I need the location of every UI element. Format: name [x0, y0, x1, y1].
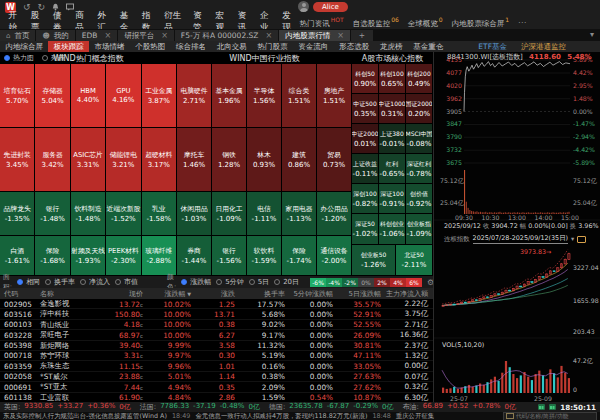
color-option[interactable]: 涨跌幅 — [181, 277, 211, 287]
close-icon[interactable]: × — [104, 31, 111, 40]
close-icon[interactable]: × — [337, 31, 344, 40]
close-icon[interactable]: × — [265, 31, 272, 40]
area-option[interactable]: 换手率 — [45, 277, 75, 287]
heatmap-cell[interactable]: 白酒-1.61% — [0, 236, 35, 276]
kline-date-range[interactable]: 2025/07/28-2025/09/12(35日) — [473, 234, 568, 244]
search-input[interactable] — [516, 413, 592, 419]
heatmap-cell[interactable]: 储能锂电3.21% — [106, 128, 141, 192]
more-icon[interactable]: ⋯ — [518, 18, 526, 27]
area-option[interactable]: 相同 — [17, 277, 40, 287]
chevron-down-icon[interactable]: ▾ — [590, 30, 594, 39]
heatmap-cell[interactable]: 科创创业-1.06% — [379, 214, 406, 245]
heatmap-cell[interactable]: 上证收益-0.11% — [352, 154, 379, 184]
heatmap-cell[interactable]: 科创500.90% — [352, 64, 379, 94]
heatmap-cell[interactable]: 科创2000.49% — [406, 64, 433, 94]
caret-down-icon[interactable]: ▾ — [571, 235, 574, 243]
heatmap-cell[interactable]: 射频及天线-1.93% — [71, 236, 106, 276]
column-header[interactable]: 名称 — [36, 289, 94, 299]
area-option[interactable]: 市值 — [115, 277, 138, 287]
tab-item[interactable]: ☻我的 — [36, 30, 74, 41]
heatmap-cell[interactable]: 国证20000.20% — [406, 94, 433, 124]
table-row[interactable]: 605398新炬网络39.40c9.99%3.5811.32%0.00%30.8… — [0, 341, 433, 351]
heatmap-cell[interactable]: 乳业-1.58% — [142, 192, 177, 236]
heatmap-cell[interactable]: 培育钻石5.70% — [0, 64, 35, 128]
color-option[interactable]: 5日 — [249, 277, 269, 287]
table-row[interactable]: 603228景旺电子68.97c10.00%6.279.17%0.00%26.0… — [0, 330, 433, 340]
heatmap-cell[interactable]: 存储器5.04% — [35, 64, 70, 128]
subnav-item[interactable]: 基金重仓 — [408, 41, 449, 52]
heatmap-cell[interactable]: 钢铁1.28% — [212, 128, 247, 192]
heatmap-cell[interactable]: 家用电器-1.13% — [282, 192, 317, 236]
heatmap-cell[interactable]: 红利-0.65% — [379, 154, 406, 184]
heatmap-cell[interactable]: 中证10000.31% — [379, 94, 406, 124]
heatmap-cell[interactable]: 综合类1.51% — [282, 64, 317, 128]
heatmap-cell[interactable]: 深证50-1.02% — [352, 214, 379, 245]
heatmap-cell[interactable]: 银行-1.56% — [212, 236, 247, 276]
heatmap-cell[interactable]: 超硬材料3.17% — [142, 128, 177, 192]
heatmap-cell[interactable]: 软饮料-1.59% — [247, 236, 282, 276]
heatmap-cell[interactable]: 科创1000.65% — [379, 64, 406, 94]
heatmap-cell[interactable]: 中证20000.01% — [352, 124, 379, 154]
heatmap-cell[interactable]: 上证380-0.01% — [379, 124, 406, 154]
area-option[interactable]: 净流入 — [80, 277, 110, 287]
heatmap-cell[interactable]: 贸易0.73% — [317, 128, 352, 192]
menu-shortcut[interactable]: 内地股票综合屏1 — [452, 16, 509, 29]
heatmap-cell[interactable]: 券商-1.44% — [177, 236, 212, 276]
heatmap-cell[interactable]: 日用化工-1.09% — [212, 192, 247, 236]
tab-item[interactable]: ⌂首页 — [0, 30, 35, 41]
subnav-item[interactable]: 资金流向 — [293, 41, 334, 52]
table-row[interactable]: 600103青山纸业4.18c10.00%0.389.02%0.00%52.55… — [0, 320, 433, 330]
heatmap-cell[interactable]: 保险-1.74% — [282, 236, 317, 276]
heatmap-cell[interactable]: 半导体1.56% — [247, 64, 282, 128]
heatmap-cell[interactable]: 创业板50-1.26% — [352, 245, 396, 276]
heatmap-cell[interactable]: 深创100-0.82% — [352, 184, 379, 214]
heatmap-cell[interactable]: 林木0.93% — [247, 128, 282, 192]
table-row[interactable]: 601138工业富联61.90c4.84%2.861.59%0.54%10.87… — [0, 393, 433, 402]
heatmap-cell[interactable]: 工业金属3.87% — [142, 64, 177, 128]
table-row[interactable]: 002905金逸影视13.72c10.02%1.2517.57%0.00%35.… — [0, 299, 433, 309]
column-header[interactable]: 涨跌幅 ▼ — [148, 289, 196, 299]
ticker-item[interactable]: 布油:66.89+0.52+0.78%0亿 — [403, 402, 516, 412]
ticker-item[interactable]: 德国:23635.78-67.87-0.29%0亿 — [269, 402, 394, 412]
heatmap-cell[interactable]: HBM4.40% — [71, 64, 106, 128]
subnav-item[interactable]: 个股热图 — [130, 41, 171, 52]
heatmap-cell[interactable]: 服务器3.42% — [35, 128, 70, 192]
heatmap-cell[interactable]: 电脑硬件2.71% — [177, 64, 212, 128]
heatmap-cell[interactable]: 先进封装3.45% — [0, 128, 35, 192]
column-header[interactable]: 涨跌 — [196, 289, 240, 299]
table-row[interactable]: 603359东珠生态11.15c9.96%1.010.16%0.00%33.05… — [0, 361, 433, 371]
subnav-link[interactable]: 沪深港通监控 — [521, 42, 566, 52]
heatmap-cell[interactable]: ASIC芯片3.31% — [71, 128, 106, 192]
heatmap-cell[interactable]: 办公用品-1.20% — [317, 192, 352, 236]
table-row[interactable]: 000718苏宁环球3.31c9.97%0.305.19%0.00%47.11%… — [0, 351, 433, 361]
menu-shortcut[interactable]: 全球概览0 — [408, 16, 443, 29]
heatmap-cell[interactable]: MSCI中国-0.08% — [406, 124, 433, 154]
user-name-badge[interactable]: Alice — [313, 2, 348, 12]
table-row[interactable]: 000691*ST亚太7.44c4.94%0.352.09%0.00%27.62… — [0, 382, 433, 392]
folder-icon[interactable] — [577, 236, 586, 243]
column-header[interactable]: 5分钟涨跌幅 — [290, 289, 338, 299]
heatmap-cell[interactable]: 休闲用品-1.03% — [177, 192, 212, 236]
column-header[interactable]: 现价 — [94, 289, 148, 299]
heatmap-cell[interactable]: 银行-1.48% — [35, 192, 70, 236]
color-option[interactable]: 5分钟 — [216, 277, 243, 287]
tab-item[interactable]: EDB× — [76, 30, 117, 41]
heatmap-cell[interactable]: 品牌龙头-1.35% — [0, 192, 35, 236]
heatmap-cell[interactable]: 摩托车1.46% — [177, 128, 212, 192]
heatmap-cell[interactable]: 基本金属1.96% — [212, 64, 247, 128]
heatmap-cell[interactable]: 玻璃纤维-2.88% — [142, 236, 177, 276]
close-icon[interactable]: × — [161, 31, 168, 40]
heatmap-cell[interactable]: 近端次新股-1.52% — [106, 192, 141, 236]
heatmap-cell[interactable]: 房地产1.51% — [317, 64, 352, 128]
tab-active[interactable]: 内地股票行情× — [279, 30, 350, 41]
heatmap-cell[interactable]: 通信设备-2.00% — [317, 236, 352, 276]
column-header[interactable]: 主力净流入额 — [386, 289, 433, 299]
subnav-item[interactable]: 综合排名 — [171, 41, 212, 52]
subnav-item[interactable]: 内地综合屏 — [0, 41, 48, 52]
heatmap-cell[interactable]: 保险-1.68% — [35, 236, 70, 276]
ticker-item[interactable]: 法国:7786.33-37.19-0.48%0亿 — [140, 402, 260, 412]
menu-shortcut[interactable]: 热门资讯HOT — [300, 16, 344, 29]
subnav-item[interactable]: 北向交易 — [211, 41, 252, 52]
heatmap-cell[interactable]: GPU4.16% — [106, 64, 141, 128]
tab-item[interactable]: F5-万 科A 000002.SZ× — [175, 30, 278, 41]
